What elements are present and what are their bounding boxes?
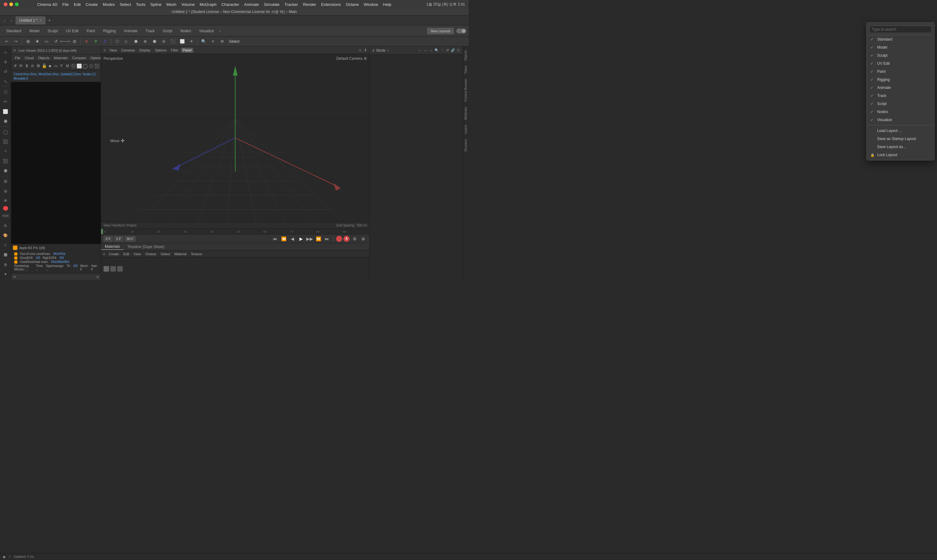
- pib-frame[interactable]: ▭: [53, 62, 59, 70]
- pib-dot5[interactable]: ⬛: [94, 62, 100, 70]
- axis-z[interactable]: Z: [101, 37, 109, 46]
- sidebar-camera-icon[interactable]: ⬛: [1, 157, 10, 165]
- bottom-menu-edit[interactable]: Edit: [122, 251, 131, 257]
- redo-button[interactable]: ↪: [12, 37, 20, 46]
- tool-obj1[interactable]: ⬡: [113, 37, 121, 46]
- playback-extra[interactable]: ⊕: [359, 235, 367, 243]
- sidebar-cursor-icon[interactable]: ⊹: [1, 48, 10, 57]
- layout-tab-script[interactable]: Script: [159, 28, 176, 34]
- tool-move[interactable]: ✛: [33, 37, 41, 46]
- axis-x[interactable]: X: [82, 37, 91, 46]
- viewport-menu-view[interactable]: View: [108, 48, 119, 53]
- minimize-button[interactable]: [9, 3, 13, 6]
- mode-menu-icon[interactable]: ≡: [372, 48, 374, 53]
- rsidebar-tab-attributes[interactable]: Attributes: [463, 105, 468, 122]
- tool-obj6[interactable]: ⊘: [160, 37, 168, 46]
- timeline-ruler[interactable]: 0 10 20 30 40 50 60 70 80 90: [101, 229, 370, 234]
- bottom-menu-texture[interactable]: Texture: [189, 251, 204, 257]
- layout-tab-sculpt[interactable]: Sculpt: [44, 28, 62, 34]
- mode-link-icon[interactable]: 🔗: [451, 48, 455, 52]
- tab-add-button[interactable]: +: [46, 17, 53, 24]
- mode-search-icon[interactable]: 🔍: [435, 48, 439, 52]
- layout-tab-model[interactable]: Model: [26, 28, 43, 34]
- panel-menu-file[interactable]: File: [13, 55, 22, 60]
- sidebar-snap-icon[interactable]: ⊹: [1, 240, 10, 249]
- pib-dot4[interactable]: ⬡: [88, 62, 94, 70]
- pib-pause[interactable]: ⏸: [24, 62, 29, 70]
- tool-obj9[interactable]: ☀: [188, 37, 196, 46]
- pib-gear[interactable]: ⚙: [35, 62, 41, 70]
- mac-menu-animate[interactable]: Animate: [244, 2, 259, 7]
- play-next-key[interactable]: ⏩: [314, 235, 322, 243]
- tool-obj8[interactable]: ⬜: [178, 37, 186, 46]
- layout-tab-visualize[interactable]: Visualize: [195, 28, 217, 34]
- play-prev-frame[interactable]: ◀: [288, 235, 296, 243]
- tool-select-box[interactable]: ▭: [42, 37, 51, 46]
- sidebar-paint-icon[interactable]: ⬜: [1, 107, 10, 116]
- axis-y[interactable]: Y: [92, 37, 100, 46]
- mac-menu-extensions[interactable]: Extensions: [321, 2, 341, 7]
- layout-tab-rigging[interactable]: Rigging: [100, 28, 120, 34]
- sidebar-transform-icon[interactable]: ⊞: [1, 250, 10, 259]
- bottom-menu-octane[interactable]: Octane: [143, 251, 158, 257]
- mac-menu-create[interactable]: Create: [86, 2, 98, 7]
- mac-menu-edit[interactable]: Edit: [74, 2, 80, 7]
- tool-rotate[interactable]: ↺: [52, 37, 60, 46]
- tab-forward[interactable]: ›: [8, 17, 15, 24]
- mac-menu-cinema4d[interactable]: Cinema 4D: [37, 2, 57, 7]
- tool-scale[interactable]: ⟵⟶: [61, 37, 69, 46]
- viewport-menu-options[interactable]: Options: [153, 48, 168, 53]
- mac-menu-volume[interactable]: Volume: [181, 2, 195, 7]
- bottom-menu-select[interactable]: Select: [159, 251, 172, 257]
- record-button[interactable]: [336, 236, 342, 242]
- mode-reset-icon[interactable]: ↺: [446, 48, 449, 52]
- mac-menu-mograph[interactable]: MoGraph: [200, 2, 216, 7]
- tool-obj7[interactable]: ⬛: [169, 37, 177, 46]
- mac-menu-spline[interactable]: Spline: [150, 2, 162, 7]
- tool-select-label[interactable]: Select: [230, 37, 238, 46]
- tool-search[interactable]: 🔍: [200, 37, 208, 46]
- mac-menu-window[interactable]: Window: [364, 2, 378, 7]
- rsidebar-tab-layers[interactable]: Layers: [463, 122, 468, 137]
- sidebar-crosshair-icon[interactable]: ⊕: [1, 186, 10, 195]
- mode-left-arrow[interactable]: ←: [418, 48, 422, 53]
- panel-menu-materials[interactable]: Materials: [52, 55, 70, 60]
- sidebar-star-icon[interactable]: ✦: [1, 270, 10, 279]
- sidebar-eye-icon[interactable]: 👁: [1, 196, 10, 205]
- play-to-end[interactable]: ⏭: [323, 235, 331, 243]
- mac-menu-octane[interactable]: Octane: [346, 2, 359, 7]
- viewport-menu-display[interactable]: Display: [137, 48, 152, 53]
- mac-menu-tools[interactable]: Tools: [136, 2, 145, 7]
- new-layouts-button[interactable]: New Layouts: [427, 28, 454, 34]
- layout-tab-paint[interactable]: Paint: [83, 28, 99, 34]
- mode-label[interactable]: Mode: [376, 48, 385, 53]
- frame-start[interactable]: 0 F: [103, 236, 113, 242]
- pib-spin[interactable]: ⟳: [18, 62, 23, 70]
- tab-materials[interactable]: Materials: [101, 244, 124, 250]
- bottom-panel-view3[interactable]: [117, 266, 123, 272]
- tab-timeline[interactable]: Timeline (Dope Sheet): [124, 244, 168, 250]
- mode-right-arrow2[interactable]: →: [429, 48, 433, 53]
- pib-r[interactable]: R: [30, 62, 35, 70]
- tab-untitled1[interactable]: Untitled 1 * ✕: [15, 17, 46, 25]
- viewport-3d[interactable]: Perspective Default Camera ⚙ Move ✛: [101, 54, 370, 222]
- close-button[interactable]: [4, 3, 8, 6]
- pib-f[interactable]: F: [59, 62, 65, 70]
- sidebar-light-icon[interactable]: ✧: [1, 147, 10, 156]
- bottom-menu-view[interactable]: View: [132, 251, 143, 257]
- sidebar-tool9[interactable]: ⬣: [1, 166, 10, 175]
- viewport-menu-icon[interactable]: ≡: [103, 48, 106, 52]
- undo-button[interactable]: ↩: [3, 37, 11, 46]
- rsidebar-tab-takes[interactable]: Takes: [463, 63, 468, 76]
- sidebar-tool5[interactable]: ⬣: [1, 117, 10, 126]
- play-next-frame[interactable]: ▶▶: [306, 235, 313, 243]
- sidebar-color-icon[interactable]: 🎨: [1, 231, 10, 240]
- layout-tab-track[interactable]: Track: [142, 28, 159, 34]
- mac-menu-tracker[interactable]: Tracker: [285, 2, 298, 7]
- sidebar-grid-icon[interactable]: ⊞: [1, 177, 10, 186]
- mac-menu-help[interactable]: Help: [383, 2, 391, 7]
- layout-toggle[interactable]: [456, 29, 466, 34]
- viewport-menu-cameras[interactable]: Cameras: [119, 48, 137, 53]
- pib-dot1[interactable]: ⚫: [71, 62, 76, 70]
- layout-tab-nodes[interactable]: Nodes: [177, 28, 195, 34]
